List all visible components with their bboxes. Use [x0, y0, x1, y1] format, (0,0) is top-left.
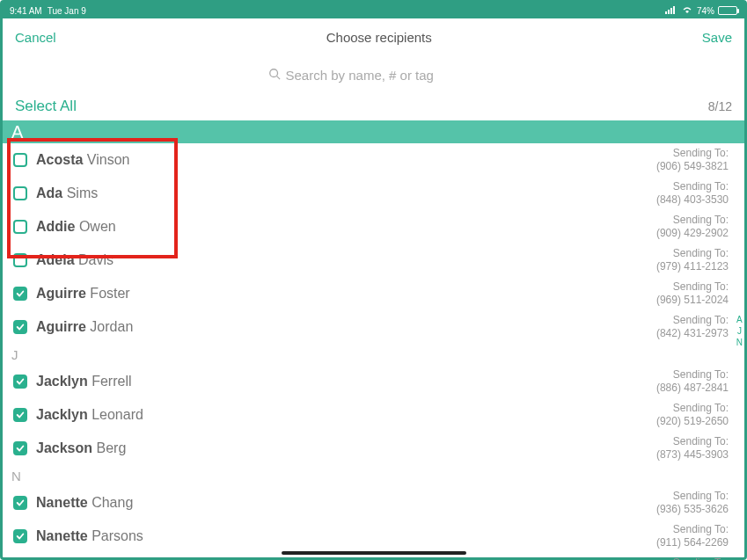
checkbox[interactable] — [13, 496, 27, 510]
alpha-index[interactable]: AJN — [736, 314, 743, 348]
contact-row[interactable]: Addie OwenSending To:(909) 429-2902 — [3, 210, 744, 244]
nav-bar: Cancel Choose recipients Save — [3, 18, 744, 57]
svg-rect-3 — [673, 6, 675, 14]
section-header: J — [3, 344, 744, 365]
contact-phone: Sending To:(873) 445-3903 — [656, 435, 729, 462]
contact-phone: Sending To:(969) 511-2024 — [656, 280, 729, 307]
svg-rect-1 — [668, 10, 670, 14]
checkbox[interactable] — [13, 529, 27, 543]
contact-phone: Sending To:(936) 525-2367 — [656, 556, 729, 560]
svg-rect-0 — [665, 11, 667, 14]
contact-name: Acosta Vinson — [36, 152, 129, 168]
page-title: Choose recipients — [326, 30, 432, 45]
contact-name: Aguirre Jordan — [36, 319, 133, 335]
search-icon — [268, 68, 281, 83]
checkbox[interactable] — [13, 220, 27, 234]
checkbox[interactable] — [13, 186, 27, 200]
contact-row[interactable]: Adela DavisSending To:(979) 411-2123 — [3, 244, 744, 277]
wifi-icon — [681, 5, 693, 16]
svg-line-5 — [276, 76, 280, 79]
contact-phone: Sending To:(911) 564-2269 — [656, 523, 729, 549]
contact-phone: Sending To:(906) 549-3821 — [656, 147, 729, 173]
search-bar[interactable] — [3, 57, 744, 92]
index-letter[interactable]: A — [736, 314, 743, 325]
section-header: N — [3, 465, 744, 486]
status-bar: 9:41 AM Tue Jan 9 74% — [3, 3, 744, 18]
select-all-button[interactable]: Select All — [15, 98, 77, 115]
contact-name: Jacklyn Ferrell — [36, 374, 132, 389]
contact-phone: Sending To:(936) 535-3626 — [656, 490, 729, 516]
contact-name: Nanette Parsons — [36, 528, 143, 544]
checkbox[interactable] — [13, 153, 27, 167]
battery-percent: 74% — [697, 6, 714, 16]
contact-phone: Sending To:(848) 403-3530 — [656, 180, 729, 207]
checkbox[interactable] — [13, 408, 27, 422]
contact-name: Nanette Chang — [36, 495, 133, 511]
signal-icon — [665, 5, 677, 16]
index-letter[interactable]: N — [736, 337, 743, 348]
checkbox[interactable] — [13, 253, 27, 267]
contact-phone: Sending To:(886) 487-2841 — [656, 368, 729, 395]
cancel-button[interactable]: Cancel — [15, 30, 56, 45]
status-time: 9:41 AM — [10, 6, 42, 16]
contact-row[interactable]: Jacklyn LeonardSending To:(920) 519-2650 — [3, 398, 744, 432]
contact-row[interactable]: Nanette ChangSending To:(936) 535-3626 — [3, 486, 744, 520]
contact-name: Jacklyn Leonard — [36, 407, 143, 423]
contact-row[interactable]: Ada SimsSending To:(848) 403-3530 — [3, 177, 744, 210]
checkbox[interactable] — [13, 441, 27, 455]
checkbox[interactable] — [13, 375, 27, 389]
svg-rect-2 — [670, 8, 672, 14]
contact-row[interactable]: Jacklyn FerrellSending To:(886) 487-2841 — [3, 365, 744, 398]
selection-count: 8/12 — [708, 99, 732, 113]
search-input[interactable] — [286, 68, 480, 83]
battery-icon — [718, 6, 737, 15]
contact-name: Addie Owen — [36, 219, 116, 235]
status-date: Tue Jan 9 — [48, 6, 86, 16]
contact-row[interactable]: Acosta VinsonSending To:(906) 549-3821 — [3, 143, 744, 177]
contact-name: Aguirre Foster — [36, 286, 130, 302]
contact-row[interactable]: Aguirre JordanSending To:(842) 431-2973 — [3, 310, 744, 344]
checkbox[interactable] — [13, 287, 27, 301]
contact-name: Adela Davis — [36, 252, 114, 268]
contact-phone: Sending To:(842) 431-2973 — [656, 314, 729, 340]
section-header: A — [3, 120, 744, 143]
checkbox[interactable] — [13, 320, 27, 334]
contact-row[interactable]: Jackson BergSending To:(873) 445-3903 — [3, 432, 744, 465]
contact-phone: Sending To:(979) 411-2123 — [656, 247, 729, 273]
index-letter[interactable]: J — [736, 325, 743, 337]
contact-name: Jackson Berg — [36, 440, 126, 456]
contact-phone: Sending To:(909) 429-2902 — [656, 214, 729, 240]
contact-phone: Sending To:(920) 519-2650 — [656, 402, 729, 428]
contact-row[interactable]: Nanette ParsonsSending To:(911) 564-2269 — [3, 520, 744, 553]
contact-name: Ada Sims — [36, 185, 98, 201]
svg-point-4 — [269, 69, 277, 76]
save-button[interactable]: Save — [702, 30, 732, 45]
home-indicator — [282, 551, 466, 555]
contact-row[interactable]: Aguirre FosterSending To:(969) 511-2024 — [3, 277, 744, 310]
